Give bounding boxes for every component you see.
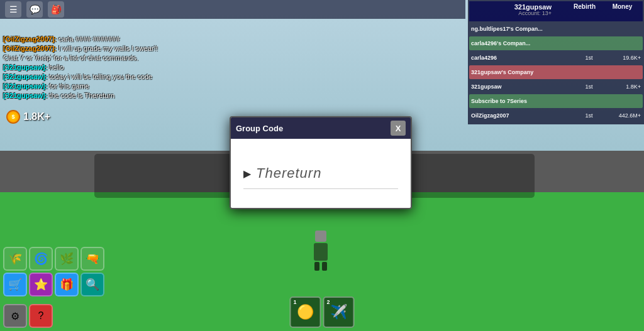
code-value-text: Thereturn: [256, 165, 321, 182]
group-code-modal: Group Code X ▶ Thereturn: [230, 116, 412, 209]
modal-title: Group Code: [236, 124, 283, 133]
input-underline: [243, 188, 398, 189]
modal-titlebar: Group Code X: [231, 117, 411, 139]
modal-close-button[interactable]: X: [391, 121, 406, 136]
text-cursor: ▶: [243, 168, 251, 180]
modal-content: ▶ Thereturn: [231, 139, 411, 208]
code-input-area[interactable]: ▶ Thereturn: [243, 165, 398, 182]
modal-overlay: Group Code X ▶ Thereturn: [0, 0, 644, 331]
